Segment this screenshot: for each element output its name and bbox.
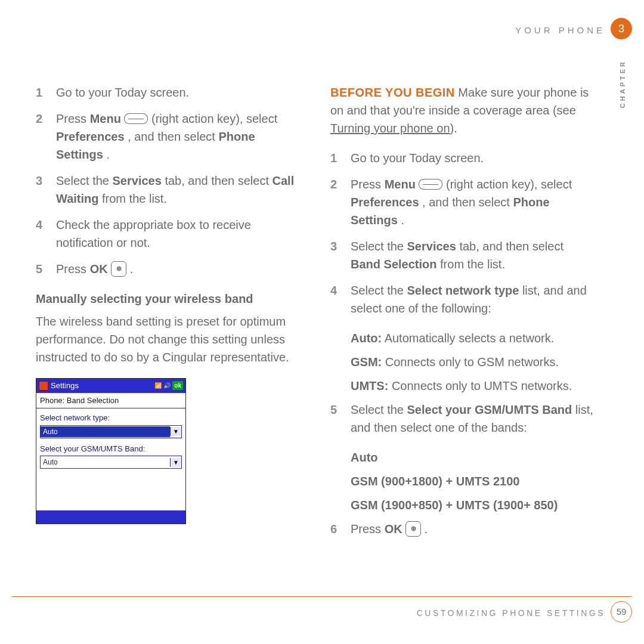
select-value: Auto	[41, 457, 170, 467]
step-text: Select the Services tab, and then select…	[56, 172, 302, 208]
step-text: Press Menu (right action key), select Pr…	[351, 175, 596, 229]
gsm-umts-band-select[interactable]: Auto ▼	[40, 456, 182, 469]
step-text: Select the Select your GSM/UMTS Band lis…	[351, 401, 596, 436]
ss-window-title: Settings	[51, 380, 79, 392]
dropdown-arrow-icon[interactable]: ▼	[170, 427, 181, 436]
step-number: 4	[330, 281, 351, 317]
band-option-auto: Auto	[330, 448, 596, 466]
right-steps: 1 Go to your Today screen. 2 Press Menu …	[330, 149, 596, 317]
running-foot: CUSTOMIZING PHONE SETTINGS	[417, 607, 605, 620]
step-text: Select the Services tab, and then select…	[351, 237, 596, 273]
step-text: Select the Select network type list, and…	[351, 281, 596, 317]
ok-key-icon: ⊛	[405, 521, 421, 537]
step-number: 1	[36, 83, 56, 101]
select-value: Auto	[41, 426, 170, 437]
chapter-number-badge: 3	[611, 18, 632, 39]
start-flag-icon	[39, 381, 48, 391]
ss-breadcrumb: Phone: Band Selection	[36, 393, 185, 409]
right-steps-end: 6 Press OK ⊛ .	[330, 520, 596, 538]
left-column: 1 Go to your Today screen. 2 Press Menu …	[36, 83, 302, 550]
step-text: Go to your Today screen.	[56, 83, 302, 101]
ss-ok-button[interactable]: ok	[172, 381, 183, 390]
page-number-badge: 59	[611, 601, 632, 623]
step-number: 3	[330, 237, 351, 273]
step-text: Press Menu (right action key), select Pr…	[56, 110, 302, 163]
step-number: 5	[36, 260, 56, 278]
option-umts: UMTS: Connects only to UMTS networks.	[330, 377, 596, 395]
right-column: BEFORE YOU BEGIN Make sure your phone is…	[330, 83, 596, 550]
step-text: Press OK ⊛ .	[56, 260, 302, 278]
turning-phone-on-link[interactable]: Turning your phone on	[330, 122, 450, 135]
step-number: 5	[330, 401, 351, 436]
network-type-select[interactable]: Auto ▼	[40, 425, 182, 438]
right-steps-cont: 5 Select the Select your GSM/UMTS Band l…	[330, 401, 596, 436]
volume-icon: 🔊	[163, 381, 171, 390]
subsection-heading: Manually selecting your wireless band	[36, 290, 302, 308]
ok-key-icon: ⊛	[111, 261, 126, 277]
manual-page: YOUR PHONE 3 CHAPTER 1 Go to your Today …	[0, 0, 644, 644]
step-text: Press OK ⊛ .	[351, 520, 596, 538]
ss-titlebar: Settings 📶 🔊 ok	[36, 379, 185, 393]
menu-key-icon	[419, 179, 442, 190]
step-text: Go to your Today screen.	[351, 149, 596, 167]
option-auto: Auto: Automatically selects a network.	[330, 329, 596, 347]
chapter-sidebar-label: CHAPTER	[618, 60, 628, 108]
step-number: 6	[330, 520, 351, 538]
left-steps: 1 Go to your Today screen. 2 Press Menu …	[36, 83, 302, 278]
ss-field-label: Select network type:	[40, 412, 182, 424]
before-you-begin-note: BEFORE YOU BEGIN Make sure your phone is…	[330, 83, 596, 137]
step-number: 2	[36, 110, 56, 163]
option-gsm: GSM: Connects only to GSM networks.	[330, 353, 596, 371]
menu-key-icon	[124, 113, 148, 124]
body-paragraph: The wireless band setting is preset for …	[36, 312, 302, 366]
dropdown-arrow-icon[interactable]: ▼	[170, 458, 181, 467]
band-option-gsm900: GSM (900+1800) + UMTS 2100	[330, 472, 596, 490]
step-number: 4	[36, 216, 56, 252]
band-option-gsm1900: GSM (1900+850) + UMTS (1900+ 850)	[330, 496, 596, 514]
ss-bottom-bar	[36, 510, 185, 524]
signal-icon: 📶	[154, 381, 162, 390]
footer-rule	[12, 596, 632, 597]
step-text: Check the appropriate box to receive not…	[56, 216, 302, 252]
running-head: YOUR PHONE	[515, 24, 605, 38]
accent-label: BEFORE YOU BEGIN	[330, 86, 455, 99]
band-selection-screenshot: Settings 📶 🔊 ok Phone: Band Selection Se…	[36, 378, 186, 524]
step-number: 2	[330, 175, 351, 229]
ss-field-label: Select your GSM/UMTS Band:	[40, 443, 182, 455]
step-number: 3	[36, 172, 56, 208]
step-number: 1	[330, 149, 351, 167]
